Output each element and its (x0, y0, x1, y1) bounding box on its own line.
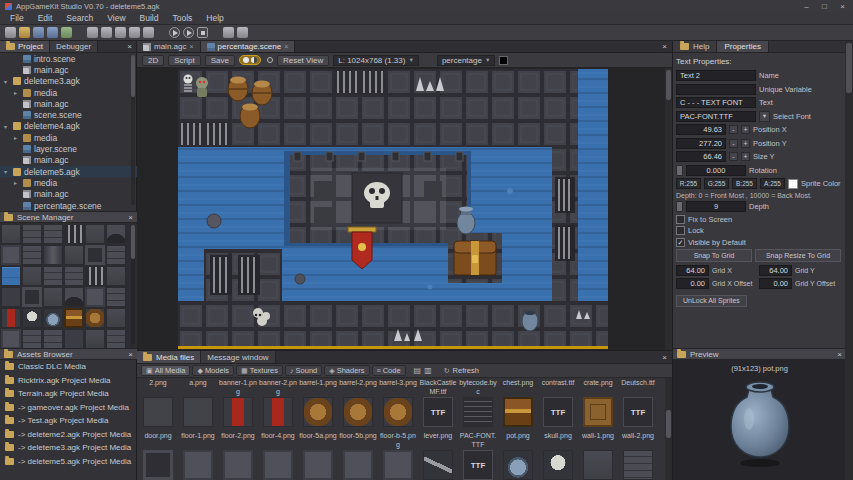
expand-arrow-icon[interactable]: ▸ (14, 89, 20, 96)
media-item[interactable]: wall-2.png (618, 431, 658, 480)
scene-canvas[interactable] (137, 68, 672, 350)
media-filter-button[interactable]: ◈ Shaders (324, 365, 369, 376)
close-panel-icon[interactable]: × (128, 350, 133, 359)
scene-viewport[interactable] (178, 69, 608, 349)
open-folder-icon[interactable] (19, 27, 30, 38)
tree-item[interactable]: intro.scene (0, 53, 137, 64)
palette-tile[interactable] (1, 266, 21, 286)
minimize-button[interactable]: – (801, 2, 812, 11)
rotation-field[interactable] (686, 165, 746, 176)
tree-item[interactable]: main.agc (0, 98, 137, 109)
palette-tile[interactable] (43, 287, 63, 307)
media-item[interactable]: floor-1.png (178, 431, 218, 480)
save-all-icon[interactable] (47, 27, 58, 38)
expand-arrow-icon[interactable]: ▸ (14, 134, 20, 141)
palette-tile[interactable] (64, 245, 84, 265)
menu-item[interactable]: Search (59, 13, 100, 23)
assets-list-item[interactable]: Ricktrix.agk Project Media (0, 374, 137, 388)
expand-arrow-icon[interactable]: ▾ (4, 78, 10, 85)
name-field[interactable] (676, 70, 756, 81)
increment-button[interactable]: + (741, 152, 750, 161)
toggle-half-icon[interactable] (251, 57, 257, 63)
palette-tile[interactable] (22, 329, 42, 348)
grid-x-field[interactable] (676, 265, 709, 276)
palette-tile[interactable] (85, 329, 105, 348)
paste-icon[interactable] (115, 27, 126, 38)
menu-item[interactable]: File (3, 13, 31, 23)
close-panel-icon[interactable]: × (128, 213, 133, 222)
mode-2d-button[interactable]: 2D (142, 55, 164, 66)
reset-view-button[interactable]: Reset View (277, 55, 329, 66)
palette-tile[interactable] (106, 224, 126, 244)
assets-list-item[interactable]: -> gameover.agk Project Media (0, 401, 137, 415)
tab-project[interactable]: Project (0, 41, 50, 52)
tree-item[interactable]: main.agc (0, 64, 137, 75)
increment-button[interactable]: + (741, 139, 750, 148)
media-item[interactable]: door.png (138, 431, 178, 480)
palette-tile[interactable] (22, 308, 42, 328)
palette-tile[interactable] (106, 266, 126, 286)
position-x-field[interactable] (676, 124, 726, 135)
checkbox[interactable] (676, 226, 685, 235)
tree-item[interactable]: layer.scene (0, 143, 137, 154)
palette-tile[interactable] (85, 245, 105, 265)
palette-tile[interactable] (1, 287, 21, 307)
close-panel-icon[interactable]: × (837, 350, 842, 359)
script-button[interactable]: Script (168, 55, 200, 66)
media-item[interactable]: floor-b-5.png (378, 431, 418, 480)
tab-debugger[interactable]: Debugger (50, 41, 98, 52)
rotation-slider[interactable] (676, 165, 683, 176)
media-item[interactable]: contrast.ttf TTF (538, 378, 578, 431)
increment-button[interactable]: + (741, 125, 750, 134)
grid-view-icon[interactable]: ▤ (414, 366, 422, 375)
list-view-icon[interactable]: ▥ (424, 366, 432, 375)
tree-item[interactable]: ▸ media (0, 132, 137, 143)
palette-tile[interactable] (43, 224, 63, 244)
close-panel-icon[interactable]: × (123, 41, 136, 52)
assets-list-item[interactable]: -> deleteme3.agk Project Media (0, 441, 137, 455)
media-item[interactable]: barrel-1.png (298, 378, 338, 431)
palette-tile[interactable] (22, 245, 42, 265)
close-panel-icon[interactable]: × (657, 41, 672, 52)
media-filter-button[interactable]: ◆ Models (192, 365, 234, 376)
maximize-button[interactable]: □ (819, 2, 830, 11)
palette-tile[interactable] (43, 329, 63, 348)
palette-tile[interactable] (1, 308, 21, 328)
media-filter-button[interactable]: ▦ Textures (236, 365, 283, 376)
palette-tile[interactable] (1, 245, 21, 265)
media-item[interactable]: a.png (178, 378, 218, 431)
media-item[interactable]: lever.png (418, 431, 458, 480)
palette-tile[interactable] (106, 329, 126, 348)
media-item[interactable]: banner-1.png (218, 378, 258, 431)
tree-item[interactable]: ▾ deleteme4.agk (0, 121, 137, 132)
menu-item[interactable]: Tools (165, 13, 199, 23)
refresh-button[interactable]: ↻ Refresh (444, 366, 479, 375)
media-item[interactable]: floor-2.png (218, 431, 258, 480)
run-icon[interactable] (169, 27, 180, 38)
media-item[interactable]: floor-5b.png (338, 431, 378, 480)
settings-icon[interactable] (237, 27, 248, 38)
stop-icon[interactable] (197, 27, 208, 38)
expand-arrow-icon[interactable]: ▸ (14, 179, 20, 186)
snap-to-grid-button[interactable]: Snap To Grid (676, 249, 752, 262)
menu-item[interactable]: Help (199, 13, 230, 23)
menu-item[interactable]: Build (133, 13, 166, 23)
decrement-button[interactable]: - (729, 152, 738, 161)
palette-tile[interactable] (64, 224, 84, 244)
media-item[interactable]: floor-5a.png (298, 431, 338, 480)
tab-main-agc[interactable]: main.agc × (137, 41, 201, 52)
depth-slider[interactable] (676, 201, 683, 212)
tab-message-window[interactable]: Message window (201, 351, 275, 363)
media-item[interactable]: wall-1.png (578, 431, 618, 480)
media-item[interactable]: banner-2.png (258, 378, 298, 431)
undo-icon[interactable] (129, 27, 140, 38)
media-filter-button[interactable]: ▣ All Media (141, 365, 190, 376)
decrement-button[interactable]: - (729, 125, 738, 134)
palette-tile[interactable] (85, 308, 105, 328)
menu-item[interactable]: View (100, 13, 132, 23)
depth-field[interactable] (686, 201, 746, 212)
font-field[interactable] (676, 111, 756, 122)
grid-x-offset-field[interactable] (676, 278, 709, 289)
assets-list-item[interactable]: -> deleteme2.agk Project Media (0, 428, 137, 442)
media-item[interactable]: bytecode.byc (458, 378, 498, 431)
